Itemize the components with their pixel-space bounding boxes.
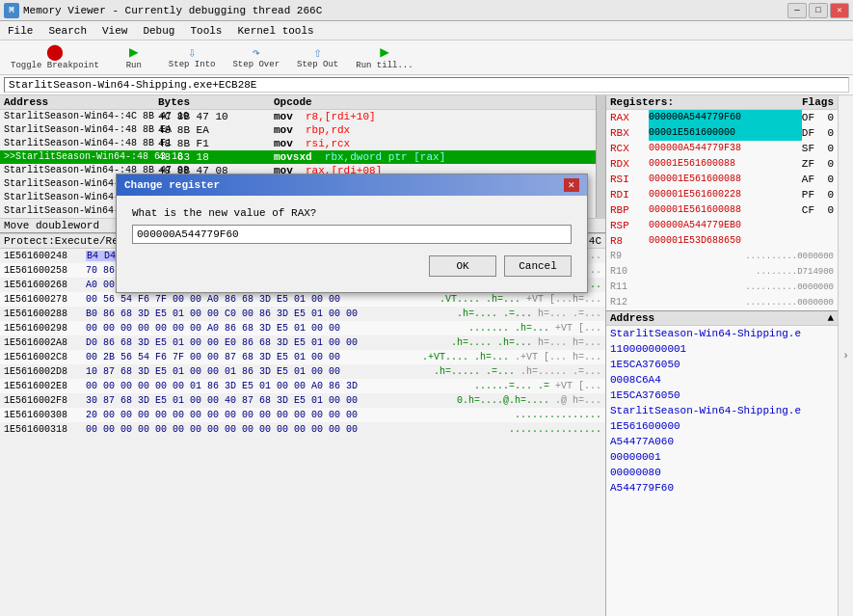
flag-val-empty [814, 218, 834, 233]
address-panel: Address ▲ StarlitSeason-Win64-Shipping.e… [606, 311, 838, 616]
mem-ascii: .+VT.... .h=... [422, 350, 509, 364]
reg-name-rcx: RCX [610, 141, 649, 156]
addr-item[interactable]: StarlitSeason-Win64-Shipping.e [606, 326, 838, 341]
dialog-input[interactable] [132, 225, 572, 244]
mem-bytes: 00 00 00 00 00 00 00 00 00 00 00 00 00 0… [86, 422, 505, 437]
memory-row[interactable]: 1E561600278 00 56 54 F6 7F 00 00 A0 86 6… [0, 292, 605, 307]
dialog-ok-button[interactable]: OK [429, 255, 496, 277]
address-list: StarlitSeason-Win64-Shipping.e 110000000… [606, 326, 838, 616]
addr-item[interactable]: A544779F60 [606, 480, 838, 495]
disasm-row[interactable]: StarlitSeason-Win64-:48 8B EA 48 8B EA m… [0, 123, 596, 137]
reg-row-hidden4: R12 ..........0000000 [606, 295, 838, 310]
addr-item[interactable]: 1E5CA376050 [606, 357, 838, 372]
reg-row-rdx[interactable]: RDX 00001E561600088 ZF 0 [606, 156, 838, 172]
reg-val-rax: 000000A544779F60 [649, 110, 802, 125]
memory-row[interactable]: 1E561600298 00 00 00 00 00 00 00 A0 86 6… [0, 321, 605, 335]
menu-view[interactable]: View [94, 23, 135, 39]
mem-addr: 1E5616002A8 [4, 335, 86, 350]
reg-row-rdi[interactable]: RDI 000001E561600228 PF 0 [606, 187, 838, 202]
memory-row[interactable]: 1E5616002E8 00 00 00 00 00 00 01 86 3D E… [0, 379, 605, 393]
flag-val-of: 0 [814, 110, 834, 125]
reg-row-rbp[interactable]: RBP 000001E561600088 CF 0 [606, 202, 838, 218]
reg-row-rsi[interactable]: RSI 000001E561600088 AF 0 [606, 172, 838, 187]
addr-item[interactable]: 00000080 [606, 465, 838, 480]
menu-kernel-tools[interactable]: Kernel tools [229, 23, 321, 39]
dialog-cancel-button[interactable]: Cancel [504, 255, 572, 277]
menu-search[interactable]: Search [40, 23, 94, 39]
mem-ascii: ................ [509, 422, 601, 437]
reg-row-rbx[interactable]: RBX 00001E561600000 DF 0 [606, 125, 838, 141]
address-value[interactable]: StarlitSeason-Win64-Shipping.exe+ECB28E [4, 77, 849, 93]
change-register-dialog[interactable]: Change register ✕ What is the new value … [116, 174, 588, 293]
memory-row[interactable]: 1E561600308 20 00 00 00 00 00 00 00 00 0… [0, 408, 605, 422]
mem-addr: 1E561600268 [4, 278, 86, 292]
close-button[interactable]: ✕ [830, 3, 849, 18]
mem-bytes: 30 87 68 3D E5 01 00 00 40 87 68 3D E5 0… [86, 393, 453, 408]
address-bar: StarlitSeason-Win64-Shipping.exe+ECB28E [0, 75, 853, 95]
memory-content: 1E561600248 B4 D4 08 00 00 2B 56 54 F6 7… [0, 249, 605, 616]
reg-name-rsp: RSP [610, 218, 649, 233]
disasm-addr: StarlitSeason-Win64-:4C 8B 47 10 [4, 111, 158, 122]
maximize-button[interactable]: □ [809, 3, 828, 18]
memory-row[interactable]: 1E561600318 00 00 00 00 00 00 00 00 00 0… [0, 422, 605, 437]
memory-row[interactable]: 1E5616002C8 00 2B 56 54 F6 7F 00 00 87 6… [0, 350, 605, 364]
dialog-prompt: What is the new value of RAX? [132, 207, 572, 219]
memory-row[interactable]: 1E561600288 B0 86 68 3D E5 01 00 00 C0 0… [0, 307, 605, 321]
disasm-row[interactable]: StarlitSeason-Win64-:4C 8B 47 10 4C 8B 4… [0, 110, 596, 123]
flag-val-cf: 0 [814, 202, 834, 218]
mem-addr: 1E5616002E8 [4, 379, 86, 393]
step-over-label: Step Over [232, 60, 280, 69]
step-out-label: Step Out [297, 60, 338, 69]
memory-row[interactable]: 1E5616002A8 D0 86 68 3D E5 01 00 00 E0 8… [0, 335, 605, 350]
toolbar: ⬤ Toggle Breakpoint ▶ Run ⇩ Step Into ↷ … [0, 40, 853, 75]
menu-tools[interactable]: Tools [182, 23, 229, 39]
reg-row-rcx[interactable]: RCX 000000A544779F38 SF 0 [606, 141, 838, 156]
step-into-button[interactable]: ⇩ Step Into [162, 43, 223, 72]
addr-item[interactable]: 1E561600000 [606, 418, 838, 434]
toggle-breakpoint-button[interactable]: ⬤ Toggle Breakpoint [4, 42, 106, 73]
reg-row-rsp[interactable]: RSP 000000A544779EB0 [606, 218, 838, 233]
registers-header: Registers: Flags [606, 95, 838, 110]
right-panel: Registers: Flags RAX 000000A544779F60 OF… [606, 95, 838, 616]
mem-addr: 1E561600308 [4, 408, 86, 422]
run-till-button[interactable]: ▶ Run till... [349, 42, 419, 73]
addr-item[interactable]: A54477A060 [606, 434, 838, 449]
disasm-row[interactable]: StarlitSeason-Win64-:48 8B F1 48 8B F1 m… [0, 137, 596, 150]
title-bar: M Memory Viewer - Currently debugging th… [0, 0, 853, 21]
dialog-close-button[interactable]: ✕ [564, 178, 579, 192]
addr-item[interactable]: 1E5CA376050 [606, 388, 838, 403]
reg-val-rcx: 000000A544779F38 [649, 141, 802, 156]
menu-debug[interactable]: Debug [135, 23, 182, 39]
memory-row[interactable]: 1E5616002D8 10 87 68 3D E5 01 00 00 01 8… [0, 364, 605, 379]
dialog-title: Change register [124, 179, 220, 191]
reg-row-rax[interactable]: RAX 000000A544779F60 OF 0 [606, 110, 838, 125]
menu-file[interactable]: File [0, 23, 40, 39]
flag-val-pf: 0 [814, 187, 834, 202]
disasm-col-bytes: Bytes [158, 96, 274, 108]
addr-item[interactable]: 0008C6A4 [606, 372, 838, 388]
reg-val-rdi: 000001E561600228 [649, 187, 802, 202]
minimize-button[interactable]: ─ [787, 3, 807, 18]
run-icon: ▶ [129, 45, 139, 61]
memory-row[interactable]: 1E5616002F8 30 87 68 3D E5 01 00 00 40 8… [0, 393, 605, 408]
mem-ascii: .h=.... .h=... [451, 335, 532, 350]
step-over-button[interactable]: ↷ Step Over [226, 43, 286, 72]
dialog-buttons: OK Cancel [132, 255, 572, 281]
step-out-button[interactable]: ⇧ Step Out [290, 43, 345, 72]
menu-bar: File Search View Debug Tools Kernel tool… [0, 21, 853, 40]
disasm-scrollbar[interactable] [596, 95, 605, 218]
addr-item[interactable]: 00000001 [606, 449, 838, 465]
run-button[interactable]: ▶ Run [110, 42, 158, 73]
mem-bytes: 10 87 68 3D E5 01 00 00 01 86 3D E5 01 0… [86, 364, 430, 379]
reg-row-r8[interactable]: R8 000001E53D688650 [606, 233, 838, 249]
disasm-row-current[interactable]: >>StarlitSeason-Win64-:48 63 18 48 63 18… [0, 150, 596, 164]
addr-item[interactable]: 110000000001 [606, 341, 838, 357]
addr-item[interactable]: StarlitSeason-Win64-Shipping.e [606, 403, 838, 418]
window-title: Memory Viewer - Currently debugging thre… [23, 5, 322, 16]
breakpoint-label: Toggle Breakpoint [11, 61, 99, 70]
reg-row-hidden: R9 ..........0000000 [606, 249, 838, 264]
reg-val-r8: 000001E53D688650 [649, 233, 834, 249]
reg-name-rdx: RDX [610, 156, 649, 172]
expand-right-button[interactable]: › [838, 95, 853, 616]
flag-name-df: DF [802, 125, 814, 141]
